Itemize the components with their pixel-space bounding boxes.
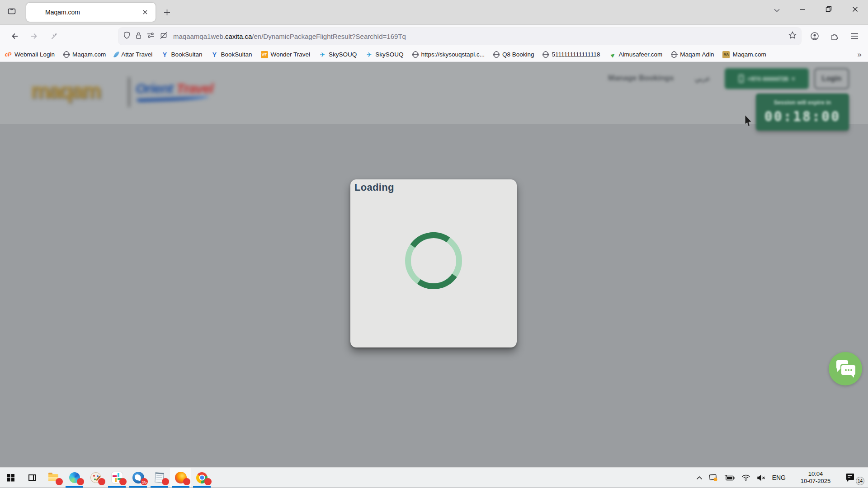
taskbar-app-3[interactable] <box>106 468 127 488</box>
maqam-logo[interactable]: maqam <box>31 78 100 103</box>
taskbar-app-7[interactable] <box>191 468 212 488</box>
taskbar-apps: 15 <box>42 468 212 488</box>
bookmark-label: SkySOUQ <box>329 51 357 58</box>
extensions-puzzle-icon[interactable] <box>827 29 842 43</box>
session-timer-label: Session will expire in <box>756 99 849 106</box>
tab-list-dropdown-icon[interactable] <box>769 4 784 17</box>
loading-spinner <box>350 232 517 289</box>
language-switch-link[interactable]: عربي <box>695 75 710 83</box>
taskbar-app-5[interactable] <box>149 468 170 488</box>
bookmark-13-maqam-com[interactable]: MA Maqam.com <box>722 51 766 58</box>
bookmarks-overflow-icon[interactable]: » <box>858 50 863 59</box>
browser-tab[interactable]: Maqam.com <box>26 3 156 22</box>
bookmark-label: 5111111111111118 <box>552 51 600 58</box>
windows-start-icon <box>7 474 14 482</box>
bookmark-4-booksultan[interactable]: Y BookSultan <box>211 51 252 58</box>
bookmark-9-q8-booking[interactable]: Q8 Booking <box>493 51 534 58</box>
loading-modal: Loading <box>350 179 517 347</box>
bookmark-label: Q8 Booking <box>502 51 534 58</box>
bookmark-label: SkySOUQ <box>375 51 403 58</box>
tray-expand-chevron-icon[interactable] <box>696 476 703 480</box>
bookmark-label: Maqam.com <box>732 51 766 58</box>
notification-badge <box>77 478 84 485</box>
plane-icon: ✈ <box>365 51 373 58</box>
bookmark-label: BookSultan <box>171 51 202 58</box>
manage-bookings-link[interactable]: Manage Bookings <box>608 74 674 83</box>
minimize-button[interactable] <box>789 0 816 18</box>
bookmark-label: https://skysouqstapi.c... <box>421 51 485 58</box>
taskbar-app-0[interactable] <box>42 468 64 488</box>
clock[interactable]: 10:04 10-07-2025 <box>792 470 839 485</box>
bookmark-5-wonder-travel[interactable]: WT Wonder Travel <box>261 51 311 58</box>
taskbar-app-1[interactable] <box>64 468 85 488</box>
wifi-icon[interactable] <box>741 474 750 481</box>
bookmark-7-skysouq[interactable]: ✈ SkySOUQ <box>365 51 403 58</box>
feather-icon <box>113 51 119 58</box>
session-timer: Session will expire in 00:18:00 <box>756 94 849 131</box>
bookmarks-bar: cP Webmail Login Maqam.com Attar Travel … <box>0 47 868 62</box>
tray-date: 10-07-2025 <box>792 478 839 485</box>
yahoo-icon: Y <box>211 51 218 58</box>
navigation-toolbar: maqaamqa1web.caxita.ca/en/DynamicPackage… <box>0 25 868 47</box>
bookmark-11-almusafeer-com[interactable]: ▶ Almusafeer.com <box>609 51 663 58</box>
taskbar-app-2[interactable] <box>85 468 106 488</box>
new-tab-button[interactable] <box>159 5 175 20</box>
lock-icon[interactable] <box>135 32 142 41</box>
blocked-media-icon[interactable] <box>160 32 168 41</box>
bookmark-label: Maqam Adin <box>680 51 714 58</box>
firefox-view-button[interactable] <box>4 4 20 20</box>
restore-button[interactable] <box>816 0 842 18</box>
windows-taskbar: 15 <box>0 467 868 488</box>
display-notification-icon[interactable] <box>709 474 718 482</box>
plane-icon: ✈ <box>319 51 326 58</box>
bookmark-0-webmail-login[interactable]: cP Webmail Login <box>5 51 55 58</box>
notification-count-badge: 14 <box>856 477 864 485</box>
bookmark-label: Almusafeer.com <box>619 51 663 58</box>
action-center-button[interactable]: 14 <box>845 470 863 485</box>
page-content: maqam Orient Travel Manage Bookings عربي… <box>0 62 868 467</box>
forward-button[interactable] <box>27 28 42 44</box>
bookmark-6-skysouq[interactable]: ✈ SkySOUQ <box>319 51 357 58</box>
phone-icon <box>739 75 744 83</box>
chat-widget-button[interactable] <box>829 352 862 385</box>
globe-icon <box>671 52 677 58</box>
volume-muted-icon[interactable] <box>757 474 766 481</box>
battery-icon[interactable] <box>724 474 735 481</box>
login-button[interactable]: Login <box>814 68 849 89</box>
firefox-view-icon <box>7 7 16 18</box>
permissions-sliders-icon[interactable] <box>146 32 155 41</box>
wt-icon: WT <box>261 51 268 58</box>
globe-icon <box>412 52 419 58</box>
start-button[interactable] <box>0 468 21 488</box>
stop-reload-icon[interactable] <box>47 28 62 44</box>
url-text: maqaamqa1web.caxita.ca/en/DynamicPackage… <box>173 33 788 40</box>
bookmark-10-5111111111111118[interactable]: 5111111111111118 <box>542 51 600 58</box>
cpanel-icon: cP <box>5 51 12 58</box>
bookmark-8-https-skysouqstapi-c-[interactable]: https://skysouqstapi.c... <box>412 51 485 58</box>
language-indicator[interactable]: ENG <box>772 474 786 481</box>
orient-travel-logo: Orient Travel <box>136 81 213 96</box>
account-icon[interactable] <box>807 29 822 43</box>
tracking-shield-icon[interactable] <box>123 31 131 41</box>
taskbar-app-4[interactable]: 15 <box>127 468 149 488</box>
phone-contact-button[interactable]: +974 44444726 ▾ <box>725 68 809 89</box>
bookmark-label: Wonder Travel <box>271 51 311 58</box>
taskbar-app-6[interactable] <box>170 468 191 488</box>
bookmark-2-attar-travel[interactable]: Attar Travel <box>114 51 152 58</box>
bookmark-1-maqam-com[interactable]: Maqam.com <box>63 51 106 58</box>
bookmark-12-maqam-adin[interactable]: Maqam Adin <box>671 51 714 58</box>
notification-badge <box>204 478 212 485</box>
url-bar[interactable]: maqaamqa1web.caxita.ca/en/DynamicPackage… <box>118 28 801 45</box>
tab-close-icon[interactable] <box>139 6 151 18</box>
bookmark-3-booksultan[interactable]: Y BookSultan <box>161 51 202 58</box>
notification-badge <box>162 478 169 485</box>
back-button[interactable] <box>7 28 22 44</box>
tab-strip: Maqam.com <box>0 0 868 25</box>
close-window-button[interactable] <box>842 0 868 18</box>
notification-badge <box>183 478 190 485</box>
task-view-button[interactable] <box>21 468 42 488</box>
menu-hamburger-icon[interactable] <box>847 29 862 43</box>
bookmark-star-icon[interactable] <box>788 31 797 41</box>
logo-divider <box>128 77 130 107</box>
yahoo-icon: Y <box>161 51 168 58</box>
